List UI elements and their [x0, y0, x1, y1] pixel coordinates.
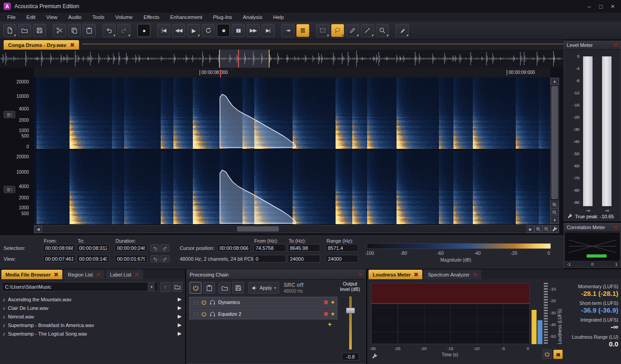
apply-button[interactable]: Apply ▾ [248, 282, 279, 294]
selection-duration-field[interactable] [115, 244, 147, 252]
view-undo-button[interactable] [150, 255, 159, 263]
view-from-hz-field[interactable] [253, 255, 286, 263]
document-tab[interactable]: Conga Drums - Dry.wav ✖ [4, 40, 79, 50]
path-combo-box[interactable]: C:\Users\Stian\Music ▾ [2, 282, 158, 291]
play-preview-icon[interactable]: ▶ [178, 313, 182, 319]
close-icon[interactable]: × [611, 3, 615, 10]
menu-file[interactable]: File [2, 14, 21, 21]
loudness-pause-button[interactable]: ▮▮ [553, 350, 563, 359]
spectrogram-left-channel[interactable] [34, 78, 550, 149]
file-row[interactable]: ♪ Ascending the Mountain.wav ▶ [1, 295, 183, 304]
menu-analysis[interactable]: Analysis [238, 14, 268, 21]
scroll-left-button[interactable]: ◀ [34, 226, 42, 233]
record-button[interactable]: ● [137, 24, 150, 37]
time-ruler[interactable]: 00:00:08:000 00:00:09:000 [34, 68, 550, 78]
menu-audio[interactable]: Audio [63, 14, 87, 21]
play-preview-icon[interactable]: ▶ [178, 331, 182, 336]
menu-edit[interactable]: Edit [21, 14, 41, 21]
selection-to-field[interactable] [77, 244, 109, 252]
drag-handle-icon[interactable]: ⋮⋮ [192, 300, 198, 305]
chain-clipboard-button[interactable] [203, 282, 215, 294]
drag-handle-icon[interactable]: ⋮⋮ [192, 312, 198, 317]
menu-effects[interactable]: Effects [138, 14, 165, 21]
overview-waveform-canvas[interactable] [0, 50, 564, 68]
play-preview-icon[interactable]: ▶ [178, 305, 182, 311]
add-effect-icon[interactable]: + [331, 299, 335, 306]
spectrogram-right-channel[interactable] [34, 151, 550, 224]
vertical-scroll-thumb[interactable] [551, 86, 558, 199]
undo-button[interactable]: ▾ [103, 24, 116, 37]
view-to-field[interactable] [77, 255, 109, 263]
zoom-out-vertical-button[interactable] [551, 208, 559, 216]
menu-volume[interactable]: Volume [110, 14, 138, 21]
remove-effect-icon[interactable]: ✖ [323, 311, 328, 318]
cut-button[interactable] [53, 24, 66, 37]
file-row[interactable]: ♪ Clair De Lune.wav ▶ [1, 304, 183, 312]
chain-open-button[interactable] [219, 282, 230, 294]
add-effect-icon[interactable]: + [328, 321, 332, 328]
spectral-layers-button[interactable] [296, 24, 309, 37]
play-preview-icon[interactable]: ▶ [178, 322, 182, 328]
chain-item-equalize[interactable]: ⋮⋮ Equalize 2 ✖ + [189, 309, 337, 319]
redo-button[interactable]: ▾ [117, 24, 131, 37]
open-file-button[interactable] [18, 24, 31, 37]
add-effect-icon[interactable]: + [331, 310, 335, 318]
go-to-end-button[interactable]: ▶| [261, 24, 275, 37]
selection-undo-button[interactable] [150, 244, 159, 252]
view-duration-field[interactable] [115, 255, 147, 263]
chain-item-dynamics[interactable]: ⋮⋮ Dynamics ✖ + [189, 297, 337, 308]
stop-button[interactable]: ■ [217, 24, 230, 37]
file-row[interactable]: ♪ Nimrod.wav ▶ [1, 312, 183, 321]
zoom-in-vertical-button[interactable] [551, 201, 559, 208]
selection-to-hz-field[interactable] [288, 244, 320, 252]
loudness-power-button[interactable] [542, 350, 552, 359]
output-level-slider-track[interactable] [349, 296, 352, 350]
panel-close-icon[interactable]: ✖ [613, 42, 618, 48]
output-level-slider-handle[interactable] [346, 308, 355, 313]
panel-close-icon[interactable]: ✖ [358, 272, 363, 277]
view-from-field[interactable] [43, 255, 75, 263]
paste-button[interactable] [83, 24, 96, 37]
remove-effect-icon[interactable]: ✖ [323, 299, 328, 306]
channel-options-button-left[interactable] [4, 111, 15, 118]
loop-button[interactable] [202, 24, 215, 37]
menu-tools[interactable]: Tools [87, 14, 110, 21]
panel-close-icon[interactable]: ✖ [613, 225, 618, 230]
rectangle-select-button[interactable]: ▾ [316, 24, 329, 37]
view-redo-button[interactable] [160, 255, 169, 263]
tab-close-icon[interactable]: ✖ [135, 272, 139, 277]
vertical-scrollbar[interactable]: ▲ ▼ [550, 78, 559, 224]
playhead-cursor[interactable] [220, 69, 221, 78]
chevron-down-icon[interactable]: ▾ [148, 282, 155, 291]
selection-range-hz-field[interactable] [326, 244, 358, 252]
power-icon[interactable] [201, 311, 207, 317]
new-file-button[interactable]: ▾ [3, 24, 16, 37]
headphones-icon[interactable] [210, 299, 215, 305]
go-to-start-button[interactable]: |◀ [157, 24, 170, 37]
rewind-button[interactable]: ◀◀ [172, 24, 185, 37]
minimize-icon[interactable]: – [588, 3, 591, 10]
menu-plugins[interactable]: Plug-Ins [208, 14, 238, 21]
view-range-hz-field[interactable] [326, 255, 358, 263]
zoom-out-horizontal-button[interactable] [542, 226, 551, 233]
pause-button[interactable]: ▮▮ [232, 24, 245, 37]
fast-forward-button[interactable]: ▶▶ [247, 24, 260, 37]
scroll-down-button[interactable]: ▼ [551, 217, 559, 224]
save-file-button[interactable] [33, 24, 46, 37]
play-append-button[interactable]: ↠ [281, 24, 294, 37]
chain-power-button[interactable] [190, 282, 201, 294]
magic-wand-button[interactable]: ▾ [361, 24, 374, 37]
maximize-icon[interactable]: □ [599, 3, 602, 10]
scroll-up-button[interactable]: ▲ [551, 78, 559, 85]
brush-select-button[interactable]: ▾ [346, 24, 359, 37]
selection-from-hz-field[interactable] [253, 244, 286, 252]
horizontal-scrollbar[interactable]: ◀ ▶ [34, 225, 559, 233]
lasso-select-button[interactable]: ▾ [331, 24, 344, 37]
chain-save-button[interactable] [232, 282, 244, 294]
menu-help[interactable]: Help [268, 14, 289, 21]
tab-loudness-meter[interactable]: Loudness Meter ✖ [369, 270, 422, 279]
tab-media-file-browser[interactable]: Media File Browser ✖ [1, 270, 62, 279]
horizontal-scroll-track[interactable] [42, 226, 527, 233]
zoom-settings-button[interactable] [551, 226, 559, 233]
view-to-hz-field[interactable] [288, 255, 320, 263]
